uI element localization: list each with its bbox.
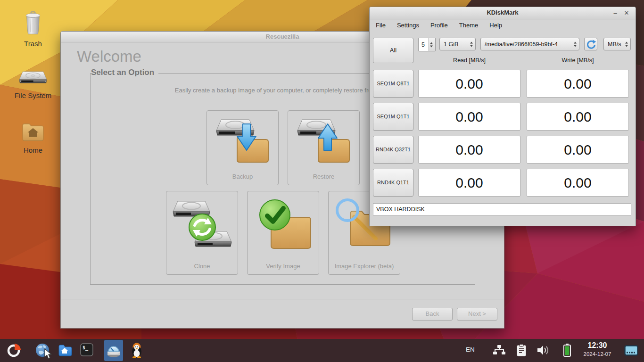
chevron-updown-icon [574,41,577,47]
desktop-icon-trash[interactable]: Trash [7,11,59,48]
terminal-launcher[interactable]: $_ [79,342,94,359]
group-label: Select an Option [91,68,158,77]
chevron-updown-icon [470,41,473,47]
read-column-header: Read [MB/s] [418,57,520,64]
read-result-cell: 0.00 [418,169,520,197]
spinner-arrows[interactable] [429,38,435,51]
menu-theme[interactable]: Theme [459,22,478,29]
test-button-seq1m-q8t1[interactable]: SEQ1M Q8T1 [373,70,413,98]
test-size-value: 1 GiB [444,41,468,48]
kdiskmark-task-button[interactable] [106,343,122,360]
option-label: Restore [288,173,359,181]
battery-tray-icon[interactable] [562,343,572,359]
option-label: Clone [166,263,238,271]
menu-help[interactable]: Help [489,22,502,29]
backup-button[interactable]: Backup [206,110,279,185]
restore-icon [288,115,359,172]
loop-count-spinbox[interactable]: 5 [418,38,436,51]
terminal-icon: $_ [79,351,94,359]
clone-button[interactable]: Clone [166,191,238,275]
menu-profile[interactable]: Profile [430,22,448,29]
write-result-cell: 0.00 [527,136,629,164]
desktop-icon-label: Home [7,146,59,154]
refresh-icon [585,39,597,50]
clock-time: 12:30 [578,341,617,350]
pie-menu-icon [6,352,22,360]
clipboard-tray-icon[interactable] [516,344,527,359]
app-menu-button[interactable] [6,342,22,360]
chevron-updown-icon [625,41,628,47]
hard-drive-icon [19,81,47,89]
verify-image-button[interactable]: Verify Image [247,191,319,275]
next-button[interactable]: Next > [457,308,497,321]
show-desktop-button[interactable] [624,345,638,358]
clock[interactable]: 12:30 2024-12-07 [578,341,617,358]
desktop-icon-home[interactable]: Home [7,121,59,154]
test-button-rnd4k-q1t1[interactable]: RND4K Q1T1 [373,169,413,197]
all-tests-button[interactable]: All [373,38,413,63]
unit-value: MB/s [608,41,623,48]
keyboard-layout-indicator[interactable]: EN [466,346,475,353]
mouse-cursor [44,348,53,362]
desktop-icon-label: File System [7,91,59,99]
menu-file[interactable]: File [376,22,386,29]
target-drive-select[interactable]: /media/live/2866f059-b9bf-4 [480,38,579,50]
clock-date: 2024-12-07 [578,350,617,358]
minimize-button[interactable]: – [611,9,619,17]
refresh-button[interactable] [584,38,597,50]
window-title: KDiskMark [370,9,636,16]
back-button[interactable]: Back [412,308,453,321]
home-folder-icon [21,136,45,144]
desktop-icon-file-system[interactable]: File System [7,67,59,99]
svg-text:$_: $_ [83,345,89,351]
penguin-icon [129,352,144,360]
unit-select[interactable]: MB/s [603,38,631,50]
loop-count-value: 5 [421,41,428,48]
write-result-cell: 0.00 [527,103,629,131]
restore-button[interactable]: Restore [288,110,360,185]
kdiskmark-icon [106,352,122,360]
taskbar: $_ [0,339,644,362]
test-size-select[interactable]: 1 GiB [439,38,476,50]
page-title: Welcome [77,48,141,66]
read-result-cell: 0.00 [418,136,520,164]
menu-settings[interactable]: Settings [397,22,419,29]
verify-image-icon [248,195,319,261]
desktop-icon-label: Trash [7,40,59,48]
volume-tray-icon[interactable] [537,344,550,358]
test-button-rnd4k-q32t1[interactable]: RND4K Q32T1 [373,136,413,164]
file-manager-icon [57,351,72,359]
option-label: Image Explorer (beta) [329,263,400,271]
close-button[interactable]: ✕ [622,9,631,17]
target-path-value: /media/live/2866f059-b9bf-4 [485,41,571,48]
disk-model-field[interactable]: VBOX HARDDISK [373,203,631,215]
backup-icon [207,115,278,172]
write-result-cell: 0.00 [527,169,629,197]
write-column-header: Write [MB/s] [527,57,629,64]
clone-icon [166,195,238,261]
kdiskmark-titlebar[interactable]: KDiskMark – ✕ [370,7,636,19]
read-result-cell: 0.00 [418,70,520,98]
write-result-cell: 0.00 [527,70,629,98]
read-result-cell: 0.00 [418,103,520,131]
trash-icon [23,29,43,37]
file-manager-launcher[interactable] [57,342,72,359]
menu-bar: File Settings Profile Theme Help [370,19,636,31]
network-tray-icon[interactable] [493,345,506,358]
rescuezilla-task-button[interactable] [129,342,144,360]
option-label: Verify Image [248,263,319,271]
test-button-seq1m-q1t1[interactable]: SEQ1M Q1T1 [373,103,413,131]
kdiskmark-window: KDiskMark – ✕ File Settings Profile Them… [369,7,636,226]
option-label: Backup [207,173,278,181]
